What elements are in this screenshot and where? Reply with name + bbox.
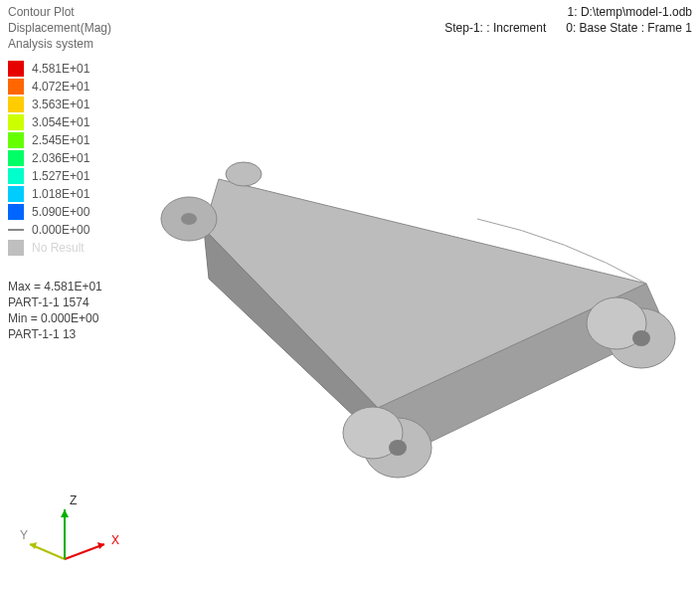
x-axis-icon (65, 544, 104, 559)
min-value-label: Min = 0.000E+00 (8, 310, 102, 326)
legend-value: 1.527E+01 (32, 169, 89, 183)
step-label: Step-1: : Increment (444, 21, 546, 35)
legend-value: 3.563E+01 (32, 98, 89, 111)
x-arrow-icon (97, 542, 104, 549)
legend-item: 3.563E+01 (8, 96, 89, 113)
max-value-label: Max = 4.581E+01 (8, 279, 102, 294)
legend-item-last: 0.000E+00 (8, 221, 89, 239)
model-render (149, 129, 686, 527)
legend-item: 1.527E+01 (8, 167, 89, 185)
legend-swatch (8, 61, 24, 77)
legend-item: 2.036E+01 (8, 149, 89, 167)
no-result-swatch (8, 240, 24, 256)
coordinate-triad[interactable]: X Y Z (20, 490, 139, 579)
legend-swatch (8, 168, 24, 184)
legend-value: 4.581E+01 (32, 62, 89, 76)
lug-top (226, 162, 262, 186)
model-viewport[interactable] (149, 129, 686, 527)
legend-value: 4.072E+01 (32, 80, 89, 94)
legend-swatch (8, 186, 24, 202)
legend-value: 2.545E+01 (32, 133, 89, 147)
svg-point-2 (632, 330, 650, 346)
legend-item: 4.072E+01 (8, 78, 89, 96)
odb-file-label: 1: D:\temp\model-1.odb (444, 4, 692, 20)
legend-item: 5.090E+00 (8, 203, 89, 221)
contour-legend: 4.581E+01 4.072E+01 3.563E+01 3.054E+01 … (8, 60, 89, 257)
svg-point-5 (389, 440, 407, 456)
legend-no-result: No Result (8, 239, 89, 257)
legend-value: 1.018E+01 (32, 187, 89, 201)
legend-dash (8, 229, 24, 231)
legend-value: 3.054E+01 (32, 115, 89, 129)
legend-item: 2.545E+01 (8, 131, 89, 149)
max-location-label: PART-1-1 1574 (8, 294, 102, 310)
legend-value: 5.090E+00 (32, 205, 89, 219)
legend-item: 3.054E+01 (8, 113, 89, 131)
plot-header-right: 1: D:\temp\model-1.odb Step-1: : Increme… (444, 4, 692, 36)
part-top-face (204, 179, 646, 408)
legend-swatch (8, 132, 24, 148)
plot-type-label: Contour Plot (8, 4, 111, 20)
legend-swatch (8, 79, 24, 95)
legend-swatch (8, 150, 24, 166)
lug-hole-icon (181, 213, 197, 225)
frame-label: 0: Base State : Frame 1 (566, 21, 692, 35)
legend-swatch (8, 204, 24, 220)
plot-header-left: Contour Plot Displacement(Mag) Analysis … (8, 4, 111, 52)
legend-value: 2.036E+01 (32, 151, 89, 165)
analysis-system-label: Analysis system (8, 36, 111, 52)
legend-value: 0.000E+00 (32, 223, 89, 237)
z-axis-label: Z (70, 493, 77, 507)
legend-stats: Max = 4.581E+01 PART-1-1 1574 Min = 0.00… (8, 279, 102, 342)
legend-swatch (8, 97, 24, 112)
no-result-label: No Result (32, 241, 85, 255)
result-name-label: Displacement(Mag) (8, 20, 111, 36)
step-frame-label: Step-1: : Increment 0: Base State : Fram… (444, 20, 692, 36)
legend-item: 4.581E+01 (8, 60, 89, 78)
x-axis-label: X (111, 533, 119, 547)
legend-item: 1.018E+01 (8, 185, 89, 203)
z-arrow-icon (61, 509, 69, 517)
min-location-label: PART-1-1 13 (8, 326, 102, 342)
legend-swatch (8, 114, 24, 130)
y-axis-label: Y (20, 528, 28, 542)
